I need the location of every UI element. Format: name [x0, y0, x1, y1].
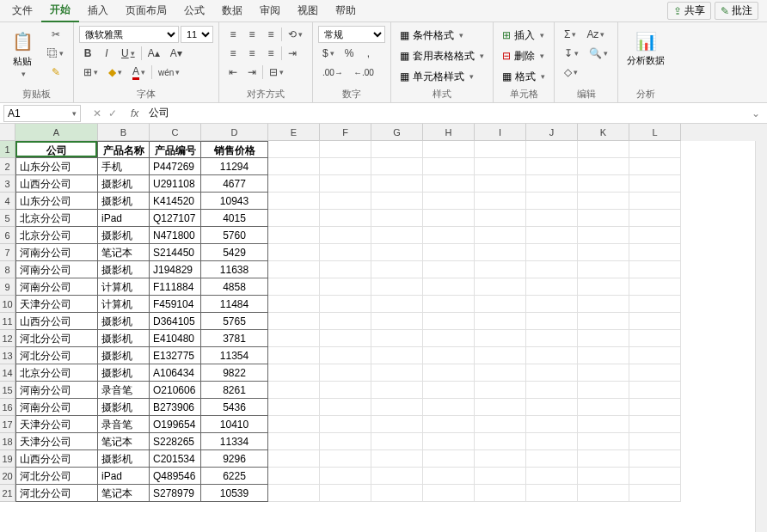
cell[interactable]: 河南分公司: [15, 278, 98, 296]
cell[interactable]: [475, 244, 526, 261]
cell[interactable]: N471800: [150, 227, 201, 244]
formula-bar[interactable]: 公司: [144, 106, 745, 120]
cell[interactable]: 摄影机: [98, 450, 150, 468]
cell[interactable]: 摄影机: [98, 193, 150, 210]
cell[interactable]: B273906: [150, 399, 201, 416]
cell[interactable]: [526, 175, 578, 193]
phonetic-button[interactable]: wén▾: [154, 64, 184, 81]
cell[interactable]: 5436: [201, 399, 268, 416]
cell[interactable]: [320, 382, 371, 399]
cell[interactable]: [526, 313, 578, 330]
font-size-select[interactable]: 11: [181, 26, 213, 43]
cell[interactable]: [423, 347, 475, 364]
cell[interactable]: [423, 244, 475, 261]
cell[interactable]: [320, 416, 371, 433]
cell[interactable]: [475, 382, 526, 399]
menu-formula[interactable]: 公式: [175, 0, 213, 21]
cell[interactable]: [268, 347, 320, 364]
cell[interactable]: 摄影机: [98, 227, 150, 244]
cell[interactable]: O199654: [150, 416, 201, 433]
cell-styles-button[interactable]: ▦单元格样式▾: [396, 67, 477, 86]
cell[interactable]: [371, 158, 423, 175]
cell[interactable]: [475, 175, 526, 193]
cell[interactable]: 河南分公司: [15, 244, 98, 261]
row-header-14[interactable]: 14: [0, 364, 15, 382]
cell[interactable]: [423, 433, 475, 450]
align-left-button[interactable]: ≡: [224, 45, 242, 62]
cell[interactable]: [423, 175, 475, 193]
align-top-button[interactable]: ≡: [224, 26, 242, 43]
cell[interactable]: [268, 193, 320, 210]
col-header-D[interactable]: D: [201, 124, 268, 141]
cell[interactable]: [578, 261, 629, 278]
row-header-20[interactable]: 20: [0, 468, 15, 485]
cell[interactable]: [268, 382, 320, 399]
cell[interactable]: O210606: [150, 382, 201, 399]
cell[interactable]: 北京分公司: [15, 210, 98, 227]
menu-data[interactable]: 数据: [213, 0, 251, 21]
cell[interactable]: 摄影机: [98, 347, 150, 364]
cut-button[interactable]: ✂: [43, 26, 68, 43]
cell[interactable]: [423, 382, 475, 399]
cell[interactable]: 10539: [201, 485, 268, 502]
fill-color-button[interactable]: ◆▾: [104, 64, 126, 81]
row-header-8[interactable]: 8: [0, 261, 15, 278]
cell[interactable]: 河北分公司: [15, 468, 98, 485]
format-painter-button[interactable]: ✎: [43, 64, 68, 81]
cell[interactable]: [629, 261, 681, 278]
cell[interactable]: 笔记本: [98, 485, 150, 502]
cell[interactable]: Q489546: [150, 468, 201, 485]
table-format-button[interactable]: ▦套用表格格式▾: [396, 46, 488, 65]
insert-cells-button[interactable]: ⊞插入▾: [499, 26, 548, 45]
cell[interactable]: [526, 227, 578, 244]
cell[interactable]: iPad: [98, 210, 150, 227]
cell[interactable]: [475, 261, 526, 278]
copy-button[interactable]: ⿻▾: [43, 45, 68, 62]
cell[interactable]: [629, 278, 681, 296]
cell[interactable]: [578, 468, 629, 485]
italic-button[interactable]: I: [98, 45, 115, 62]
cell[interactable]: 天津分公司: [15, 433, 98, 450]
row-header-7[interactable]: 7: [0, 244, 15, 261]
cell[interactable]: [423, 416, 475, 433]
cell[interactable]: [629, 244, 681, 261]
row-header-12[interactable]: 12: [0, 330, 15, 347]
format-cells-button[interactable]: ▦格式▾: [499, 67, 549, 86]
cell[interactable]: 北京分公司: [15, 364, 98, 382]
increase-font-button[interactable]: A▴: [144, 45, 164, 62]
cell[interactable]: [578, 433, 629, 450]
cell[interactable]: [578, 210, 629, 227]
cell[interactable]: [320, 347, 371, 364]
cell[interactable]: 11294: [201, 158, 268, 175]
cell[interactable]: 笔记本: [98, 433, 150, 450]
cell[interactable]: Q127107: [150, 210, 201, 227]
col-header-H[interactable]: H: [423, 124, 475, 141]
cell[interactable]: E410480: [150, 330, 201, 347]
delete-cells-button[interactable]: ⊟删除▾: [499, 46, 548, 65]
col-header-G[interactable]: G: [371, 124, 423, 141]
cell[interactable]: [629, 468, 681, 485]
cell[interactable]: [268, 364, 320, 382]
cell[interactable]: [371, 296, 423, 313]
cell[interactable]: [475, 347, 526, 364]
cell[interactable]: [526, 158, 578, 175]
cell[interactable]: S228265: [150, 433, 201, 450]
cell[interactable]: [371, 450, 423, 468]
cell[interactable]: P447269: [150, 158, 201, 175]
cell[interactable]: 6225: [201, 468, 268, 485]
cell[interactable]: [268, 468, 320, 485]
cell[interactable]: U291108: [150, 175, 201, 193]
cell[interactable]: [268, 175, 320, 193]
cell[interactable]: 计算机: [98, 278, 150, 296]
cell[interactable]: [526, 468, 578, 485]
cell[interactable]: 天津分公司: [15, 416, 98, 433]
cell[interactable]: [475, 296, 526, 313]
cell[interactable]: [320, 450, 371, 468]
align-center-button[interactable]: ≡: [243, 45, 261, 62]
cell[interactable]: [268, 244, 320, 261]
cell[interactable]: 摄影机: [98, 261, 150, 278]
font-family-select[interactable]: 微软雅黑: [79, 26, 179, 43]
cell[interactable]: 录音笔: [98, 416, 150, 433]
cell[interactable]: 4677: [201, 175, 268, 193]
number-format-select[interactable]: 常规: [318, 26, 385, 43]
